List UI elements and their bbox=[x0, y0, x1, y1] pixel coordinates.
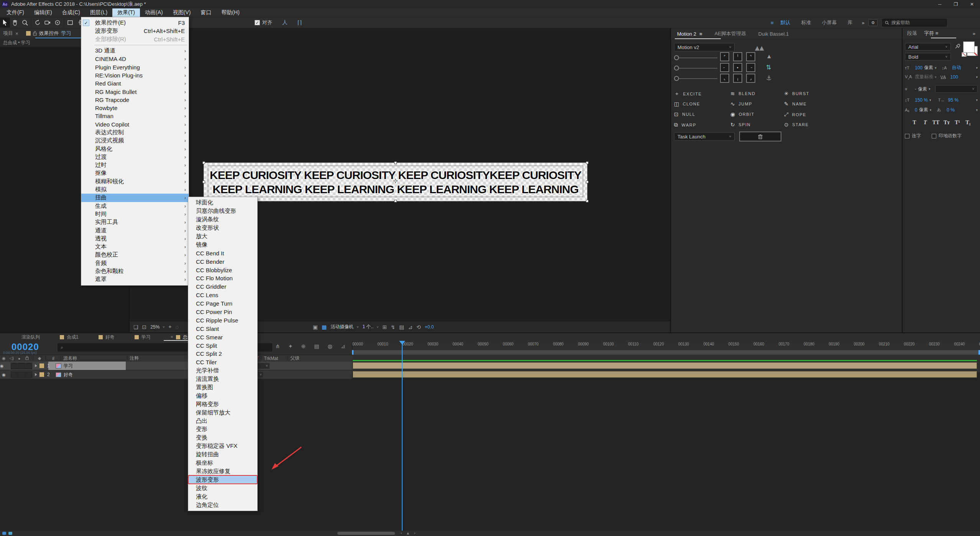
menubar-item[interactable]: 编辑(E) bbox=[29, 8, 57, 17]
tsume-value[interactable]: 0 % bbox=[947, 107, 955, 113]
motion-button[interactable]: ＋ EXCITE bbox=[674, 90, 702, 97]
faux-style-button[interactable]: T bbox=[910, 120, 919, 126]
selection-handle[interactable] bbox=[202, 161, 205, 164]
timeline-tab[interactable]: × 合成1 bbox=[50, 333, 89, 341]
selection-handle[interactable] bbox=[394, 200, 397, 202]
pan-behind-tool-icon[interactable] bbox=[53, 18, 62, 28]
frame-toggle-icon[interactable]: ▣ bbox=[313, 324, 318, 330]
faux-style-button[interactable]: T¹ bbox=[953, 120, 962, 126]
composition-mini-flowchart-icon[interactable]: ⋔ bbox=[275, 343, 280, 349]
distort-submenu-item[interactable]: CC Flo Motion bbox=[188, 274, 257, 283]
motion-button[interactable]: ∿ JUMP bbox=[730, 101, 752, 107]
expand-arrow-icon[interactable] bbox=[35, 373, 37, 376]
frame-blend-icon[interactable]: ▤ bbox=[314, 343, 319, 349]
transparency-grid-icon[interactable]: ▩ bbox=[322, 324, 327, 330]
motion-button[interactable]: ✎ NAME bbox=[784, 101, 807, 107]
rocket-icon[interactable]: ▲ bbox=[766, 53, 772, 60]
faux-style-button[interactable]: T₁ bbox=[964, 120, 973, 126]
workspace-tab[interactable]: 库 bbox=[842, 19, 858, 26]
selection-handle[interactable] bbox=[202, 181, 205, 183]
effects-menu-item[interactable]: ✓ RG Magic Bullet › bbox=[81, 87, 189, 95]
eye-icon[interactable]: ◉ bbox=[0, 363, 8, 368]
solo-icon[interactable]: ● bbox=[15, 356, 23, 361]
target-brackets-icon[interactable]: ⌈⌉ bbox=[298, 20, 302, 26]
font-family-dropdown[interactable]: Arial˅ bbox=[905, 43, 951, 51]
effects-menu-item[interactable]: ✓ CINEMA 4D › bbox=[81, 55, 189, 63]
eyedropper-icon[interactable] bbox=[955, 44, 960, 49]
menubar-item[interactable]: 效果(T) bbox=[112, 8, 140, 17]
rotate-tool-icon[interactable] bbox=[33, 18, 43, 28]
distort-submenu-item[interactable]: CC Split bbox=[188, 341, 257, 350]
baseline-shift-value[interactable]: 0 bbox=[915, 107, 918, 113]
effects-menu-item[interactable]: ✓ Red Giant › bbox=[81, 79, 189, 87]
layer-color-swatch[interactable] bbox=[39, 363, 44, 368]
anchor-grid-button[interactable]: ⌞ bbox=[720, 74, 729, 83]
magnification-dropdown[interactable]: 25%˅ bbox=[150, 324, 164, 330]
effects-menu-item[interactable] bbox=[81, 43, 189, 47]
layer-row-1[interactable]: ◉ 1 学习 ◎ 无˅ bbox=[0, 362, 352, 370]
anchor-icon[interactable]: ⚓ bbox=[766, 74, 771, 82]
leading-value[interactable]: 自动 bbox=[952, 64, 961, 71]
tab-duik-bassel[interactable]: Duik Bassel.1 bbox=[752, 31, 795, 37]
workspace-overflow-icon[interactable]: » bbox=[862, 20, 865, 26]
distort-submenu-item[interactable]: 湍流置换 bbox=[188, 375, 257, 383]
timeline-tab[interactable]: × 好奇 bbox=[89, 333, 125, 341]
layer-color-swatch[interactable] bbox=[39, 372, 44, 377]
distort-submenu-item[interactable]: 凸出 bbox=[188, 417, 257, 425]
timeline-button-icon[interactable]: ▤ bbox=[399, 324, 404, 330]
font-style-dropdown[interactable]: Bold˅ bbox=[905, 53, 951, 61]
distort-submenu-item[interactable]: CC Power Pin bbox=[188, 308, 257, 316]
motion-blur-icon[interactable]: ◍ bbox=[327, 343, 332, 349]
slider-2[interactable] bbox=[674, 66, 717, 71]
tab-paragraph[interactable]: 段落 bbox=[907, 30, 917, 37]
status-icon-2[interactable] bbox=[8, 532, 12, 535]
distort-submenu-item[interactable]: 漩涡条纹 bbox=[188, 215, 257, 224]
distort-submenu-item[interactable]: 放大 bbox=[188, 232, 257, 241]
distort-submenu-item[interactable]: 旋转扭曲 bbox=[188, 451, 257, 459]
distort-submenu-item[interactable]: 球面化 bbox=[188, 199, 257, 207]
snap-align-toggle[interactable]: ✓ 对齐 bbox=[255, 19, 272, 26]
effects-menu-item[interactable]: ✓ 文本 › bbox=[81, 243, 189, 251]
fast-preview-icon[interactable]: ↯ bbox=[391, 324, 395, 330]
roi-icon[interactable]: ⌖ bbox=[169, 324, 172, 330]
hindi-digits-checkbox[interactable] bbox=[932, 134, 936, 138]
menubar-item[interactable]: 动画(A) bbox=[140, 8, 168, 17]
distort-submenu-item[interactable]: 变形稳定器 VFX bbox=[188, 442, 257, 451]
graph-editor-icon[interactable]: ⊿ bbox=[341, 343, 345, 349]
timeline-tab[interactable]: × 学习 bbox=[125, 333, 161, 341]
effects-menu-item[interactable]: ✓ 生成 › bbox=[81, 202, 189, 210]
distort-submenu-item[interactable]: 波形变形 bbox=[188, 475, 257, 484]
expand-arrow-icon[interactable] bbox=[35, 364, 37, 367]
motion-button[interactable]: ✳ BURST bbox=[784, 90, 809, 97]
effects-menu-item[interactable]: ✓ Video Copilot › bbox=[81, 120, 189, 128]
distort-submenu-item[interactable]: CC Bend It bbox=[188, 249, 257, 257]
slider-1[interactable] bbox=[674, 55, 717, 60]
vertical-scale-value[interactable]: 150 % bbox=[915, 97, 928, 103]
layer-name[interactable]: 学习 bbox=[64, 363, 121, 369]
distort-submenu-item[interactable]: CC Split 2 bbox=[188, 350, 257, 358]
motion-button[interactable]: ⊡ NULL bbox=[674, 111, 695, 117]
horizontal-scale-value[interactable]: 95 % bbox=[948, 97, 959, 103]
effects-menu-item[interactable]: ✓ 3D 通道 › bbox=[81, 47, 189, 55]
zoom-tool-icon[interactable] bbox=[20, 18, 30, 28]
distort-submenu-item[interactable]: CC Smear bbox=[188, 333, 257, 341]
effects-menu-item[interactable]: ✓ 颜色校正 › bbox=[81, 251, 189, 259]
always-preview-icon[interactable]: ❏ bbox=[133, 324, 138, 330]
menubar-item[interactable]: 合成(C) bbox=[57, 8, 85, 17]
fill-color-swatch[interactable] bbox=[963, 41, 975, 53]
lock-icon[interactable] bbox=[23, 356, 31, 361]
updown-arrows-icon[interactable]: ⇅ bbox=[766, 64, 771, 71]
menubar-item[interactable]: 文件(F) bbox=[2, 8, 29, 17]
layer-bar-2[interactable] bbox=[353, 371, 977, 378]
anchor-grid-button[interactable]: ⌝ bbox=[746, 52, 755, 61]
col-parent[interactable]: 父级 bbox=[290, 355, 299, 362]
workspace-tab[interactable]: 默认 bbox=[775, 19, 796, 26]
distort-submenu-item[interactable]: 变形 bbox=[188, 425, 257, 434]
time-ruler[interactable]: 0000000010000200003000040000500006000070… bbox=[352, 341, 980, 350]
distort-submenu-item[interactable]: CC Page Turn bbox=[188, 299, 257, 308]
layer-name[interactable]: 好奇 bbox=[64, 372, 121, 378]
distort-submenu-item[interactable]: 改变形状 bbox=[188, 224, 257, 232]
distort-submenu-item[interactable]: CC Ripple Pulse bbox=[188, 316, 257, 324]
anchor-grid-button[interactable]: ╵ bbox=[733, 52, 742, 61]
anchor-grid-button[interactable]: ▪ bbox=[733, 63, 742, 72]
